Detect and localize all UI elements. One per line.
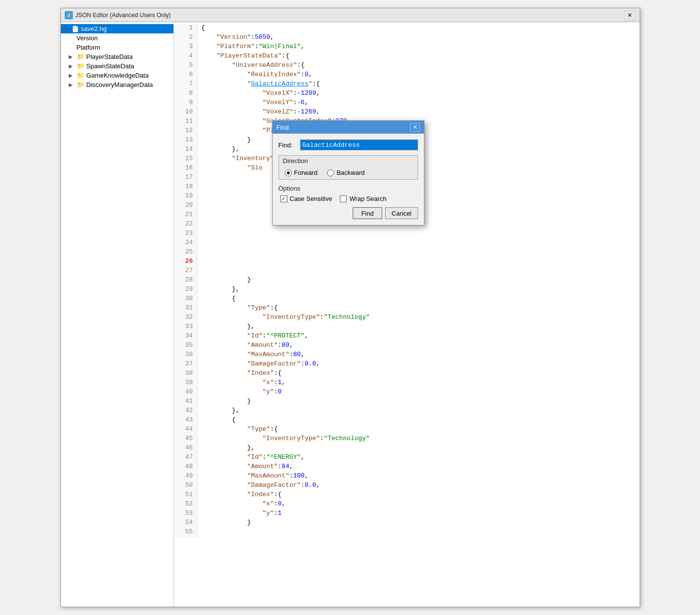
window-close-button[interactable]: ✕: [624, 10, 636, 20]
code-line-50: "DamageFactor":0.0,: [201, 480, 636, 490]
wrap-search-checkbox[interactable]: Wrap Search: [340, 195, 387, 202]
line-num-31: 31: [174, 303, 197, 312]
cancel-button[interactable]: Cancel: [385, 207, 418, 219]
folder-icon: 📁: [77, 53, 84, 60]
sidebar-item-platform[interactable]: Platform: [61, 43, 173, 52]
options-section: Options Case Sensitive Wrap Search: [279, 185, 418, 202]
code-line-43: {: [201, 415, 636, 424]
sidebar-item-label: GameKnowledgeData: [86, 72, 149, 79]
find-button[interactable]: Find: [353, 207, 382, 219]
options-label: Options: [279, 185, 418, 192]
expand-icon: ▶: [69, 73, 75, 78]
sidebar-item-label: SpawnStateData: [86, 62, 135, 70]
sidebar-item-spawnstatedata[interactable]: ▶ 📁 SpawnStateData: [61, 61, 173, 71]
line-num-12: 12: [174, 126, 197, 135]
expand-icon: ▶: [69, 82, 75, 87]
line-num-4: 4: [174, 51, 197, 60]
code-line-49: "MaxAmount":100,: [201, 471, 636, 480]
find-label: Find:: [279, 141, 296, 149]
line-num-20: 20: [174, 200, 197, 210]
dialog-body: Find: Direction Forward: [273, 134, 424, 225]
code-line-10: "VoxelZ":-1269,: [201, 107, 636, 116]
code-line-55: [201, 527, 636, 536]
line-num-49: 49: [174, 471, 197, 480]
line-num-38: 38: [174, 368, 197, 378]
line-num-47: 47: [174, 452, 197, 462]
code-line-40: "y":0: [201, 387, 636, 396]
line-num-11: 11: [174, 116, 197, 126]
code-line-25: [201, 247, 636, 256]
line-num-48: 48: [174, 462, 197, 471]
code-line-46: },: [201, 443, 636, 452]
folder-icon: 📁: [77, 72, 84, 79]
code-line-44: "Type":{: [201, 424, 636, 434]
sidebar-item-label: Version: [77, 34, 98, 42]
code-line-33: },: [201, 322, 636, 331]
line-num-1: 1: [174, 23, 197, 32]
backward-radio-label: Backward: [336, 169, 364, 176]
backward-radio[interactable]: Backward: [327, 169, 364, 176]
main-window: J JSON Editor (Advanced Users Only) ✕ ▼ …: [60, 8, 640, 607]
line-num-25: 25: [174, 247, 197, 256]
titlebar-left: J JSON Editor (Advanced Users Only): [65, 11, 171, 19]
code-line-6: "RealityIndex":0,: [201, 70, 636, 79]
code-line-31: "Type":{: [201, 303, 636, 312]
code-line-30: {: [201, 294, 636, 303]
code-line-37: "DamageFactor":0.0,: [201, 359, 636, 368]
case-sensitive-label: Case Sensitive: [290, 195, 333, 202]
code-line-35: "Amount":80,: [201, 340, 636, 350]
sidebar-item-discoverymanagerdata[interactable]: ▶ 📁 DiscoveryManagerData: [61, 80, 173, 89]
expand-icon: ▶: [69, 54, 75, 59]
sidebar-item-gameknowledgedata[interactable]: ▶ 📁 GameKnowledgeData: [61, 71, 173, 80]
code-line-7: "GalacticAddress":{: [201, 79, 636, 88]
line-num-18: 18: [174, 182, 197, 191]
sidebar-item-label: save2.hg: [81, 25, 107, 32]
line-num-43: 43: [174, 415, 197, 424]
folder-icon: 📁: [77, 81, 84, 88]
sidebar-item-playerstatedata[interactable]: ▶ 📁 PlayerStateData: [61, 52, 173, 61]
case-sensitive-checkbox[interactable]: Case Sensitive: [280, 195, 333, 202]
line-num-24: 24: [174, 238, 197, 247]
line-num-53: 53: [174, 508, 197, 518]
line-num-29: 29: [174, 284, 197, 294]
code-line-47: "Id":"^ENERGY",: [201, 452, 636, 462]
dialog-title: Find: [277, 124, 289, 131]
line-num-54: 54: [174, 518, 197, 527]
file-icon: 📄: [72, 26, 79, 32]
dialog-close-button[interactable]: ✕: [410, 123, 420, 132]
line-num-28: 28: [174, 275, 197, 284]
line-num-46: 46: [174, 443, 197, 452]
sidebar-item-version[interactable]: Version: [61, 33, 173, 43]
editor-pane[interactable]: 1 2 3 4 5 6 7 8 9 10 11 12 13 14 15 16 1: [174, 22, 640, 607]
app-icon: J: [65, 11, 73, 19]
sidebar-item-save2hg[interactable]: ▼ 📄 save2.hg: [61, 24, 173, 33]
line-num-16: 16: [174, 163, 197, 172]
forward-radio[interactable]: Forward: [285, 169, 318, 176]
line-num-34: 34: [174, 331, 197, 340]
find-input[interactable]: [300, 140, 418, 150]
line-num-52: 52: [174, 499, 197, 508]
code-line-53: "y":1: [201, 508, 636, 518]
code-line-24: [201, 238, 636, 247]
expand-icon: ▶: [69, 63, 75, 69]
code-line-41: }: [201, 396, 636, 406]
line-num-37: 37: [174, 359, 197, 368]
code-line-1: {: [201, 23, 636, 32]
direction-options: Forward Backward: [279, 166, 418, 179]
code-line-34: "Id":"^PROTECT",: [201, 331, 636, 340]
line-num-41: 41: [174, 396, 197, 406]
code-line-3: "Platform":"Win|Final",: [201, 42, 636, 51]
line-num-50: 50: [174, 480, 197, 490]
line-num-39: 39: [174, 378, 197, 387]
case-sensitive-box: [280, 196, 287, 202]
line-num-8: 8: [174, 88, 197, 98]
line-num-55: 55: [174, 527, 197, 536]
titlebar: J JSON Editor (Advanced Users Only) ✕: [61, 8, 640, 22]
sidebar-item-label: Platform: [77, 44, 100, 51]
wrap-search-box: [340, 196, 347, 202]
code-line-5: "UniverseAddress":{: [201, 60, 636, 70]
dialog-titlebar: Find ✕: [273, 121, 424, 134]
code-line-28: }: [201, 275, 636, 284]
line-num-33: 33: [174, 322, 197, 331]
sidebar-item-label: PlayerStateData: [86, 53, 133, 60]
